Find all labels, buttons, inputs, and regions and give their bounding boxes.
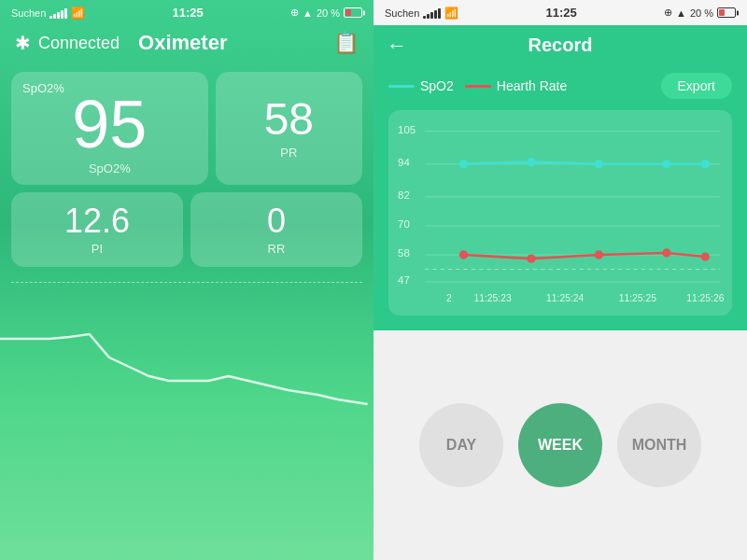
status-left-right: Suchen 📶	[385, 7, 458, 20]
rr-label: RR	[268, 242, 286, 256]
svg-text:70: 70	[398, 218, 410, 230]
svg-point-16	[662, 160, 670, 168]
svg-point-21	[662, 248, 670, 257]
spo2-label-top: SpO2%	[22, 81, 64, 95]
svg-point-22	[701, 252, 710, 260]
left-status-bar: Suchen 📶 11:25 ⊕ ▲ 20 %	[0, 0, 374, 25]
wifi-icon-right: 📶	[444, 7, 458, 20]
pi-label: PI	[92, 242, 103, 256]
back-arrow-icon[interactable]: ←	[387, 34, 407, 58]
svg-point-17	[701, 160, 710, 168]
spo2-legend-label: SpO2	[420, 78, 454, 93]
signal-bar-4	[61, 10, 63, 19]
signal-bar-5	[64, 8, 67, 19]
svg-point-14	[527, 158, 535, 166]
svg-text:11:25:25: 11:25:25	[619, 293, 657, 303]
svg-text:94: 94	[398, 157, 410, 168]
app-name-right: Suchen	[385, 7, 419, 19]
spo2-card: SpO2% 95 SpO2%	[11, 72, 208, 185]
right-header: ← Record	[374, 25, 747, 65]
svg-point-15	[595, 160, 603, 168]
signal-bar-1	[49, 16, 52, 19]
waveform-area	[0, 282, 374, 560]
signal-icon	[49, 7, 67, 19]
metrics-row-1: SpO2% 95 SpO2% 58 PR	[11, 72, 362, 185]
arrow-icon: ▲	[303, 7, 313, 19]
clipboard-icon[interactable]: 📋	[333, 31, 359, 55]
svg-text:11:25:26: 11:25:26	[686, 293, 725, 303]
svg-text:58: 58	[398, 247, 410, 259]
battery-pct-right: 20 %	[690, 7, 713, 19]
waveform-svg	[0, 283, 374, 413]
time-left: 11:25	[173, 6, 204, 20]
right-status-bar: Suchen 📶 11:25 ⊕ ▲ 20 %	[374, 0, 747, 25]
metrics-row-2: 12.6 PI 0 RR	[11, 192, 362, 267]
spo2-legend-line	[388, 85, 415, 88]
svg-point-13	[459, 160, 468, 168]
pr-card: 58 PR	[216, 72, 362, 185]
svg-text:47: 47	[398, 274, 410, 286]
week-button[interactable]: WEEK	[518, 403, 602, 487]
gps-icon-right: ⊕	[664, 7, 672, 19]
battery-pct-left: 20 %	[317, 7, 340, 19]
chart-svg: 105 94 82 70 58 47	[396, 119, 725, 308]
battery-icon-left	[344, 7, 362, 18]
signal-bar-3	[57, 12, 60, 19]
chart-container: 105 94 82 70 58 47	[374, 110, 747, 330]
record-title: Record	[529, 35, 593, 56]
right-phone: Suchen 📶 11:25 ⊕ ▲ 20 % ← Record	[374, 0, 747, 560]
pi-value: 12.6	[64, 204, 130, 238]
gps-icon: ⊕	[290, 7, 299, 19]
month-button[interactable]: MONTH	[617, 403, 701, 487]
spo2-label-bottom: SpO2%	[89, 161, 131, 175]
metrics-grid: SpO2% 95 SpO2% 58 PR 12.6 PI 0 RR	[0, 64, 374, 274]
pi-card: 12.6 PI	[11, 192, 183, 267]
pr-label: PR	[280, 146, 297, 160]
chart-legend: SpO2 Hearth Rate Export	[374, 65, 747, 110]
spo2-value: 95	[72, 91, 147, 158]
spo2-legend: SpO2	[388, 78, 454, 93]
day-button[interactable]: DAY	[419, 403, 503, 487]
oximeter-title: Oximeter	[138, 31, 227, 55]
status-right-right: ⊕ ▲ 20 %	[664, 7, 736, 19]
rr-card: 0 RR	[190, 192, 362, 267]
export-button[interactable]: Export	[661, 73, 732, 99]
period-buttons: DAY WEEK MONTH	[374, 330, 747, 560]
svg-text:82: 82	[398, 189, 410, 201]
signal-bar-r3	[430, 12, 433, 19]
status-right-left: ⊕ ▲ 20 %	[290, 7, 362, 19]
signal-bar-r4	[434, 10, 437, 19]
signal-bar-r2	[427, 14, 430, 19]
signal-bar-r1	[423, 16, 426, 19]
left-header: ✱ Connected Oximeter 📋	[0, 25, 374, 64]
rr-value: 0	[267, 204, 286, 238]
wifi-icon: 📶	[71, 7, 85, 20]
chart-inner: 105 94 82 70 58 47	[388, 110, 732, 315]
svg-point-20	[595, 250, 603, 259]
battery-fill-left	[345, 9, 351, 16]
svg-point-19	[527, 254, 535, 262]
pr-value: 58	[264, 97, 314, 142]
heart-rate-legend-label: Hearth Rate	[497, 78, 567, 93]
svg-text:11:25:24: 11:25:24	[546, 293, 585, 303]
svg-text:105: 105	[398, 124, 416, 135]
signal-icon-right	[423, 7, 441, 19]
heart-rate-legend: Hearth Rate	[465, 78, 567, 93]
heart-rate-legend-line	[465, 85, 491, 88]
left-phone: Suchen 📶 11:25 ⊕ ▲ 20 % ✱ Connected Oxim…	[0, 0, 374, 560]
signal-bar-r5	[438, 8, 441, 19]
svg-text:11:25:23: 11:25:23	[473, 293, 512, 303]
svg-text:2: 2	[446, 293, 452, 303]
signal-bar-2	[53, 14, 56, 19]
time-right: 11:25	[546, 6, 577, 20]
status-left: Suchen 📶	[11, 7, 85, 20]
connected-label: Connected	[38, 34, 120, 53]
battery-icon-right	[717, 7, 736, 18]
bluetooth-icon: ✱	[15, 32, 31, 54]
battery-fill-right	[719, 9, 725, 16]
left-header-left: ✱ Connected Oximeter	[15, 31, 227, 55]
svg-point-18	[459, 250, 468, 259]
arrow-icon-right: ▲	[676, 7, 686, 19]
app-name-left: Suchen	[11, 7, 46, 19]
